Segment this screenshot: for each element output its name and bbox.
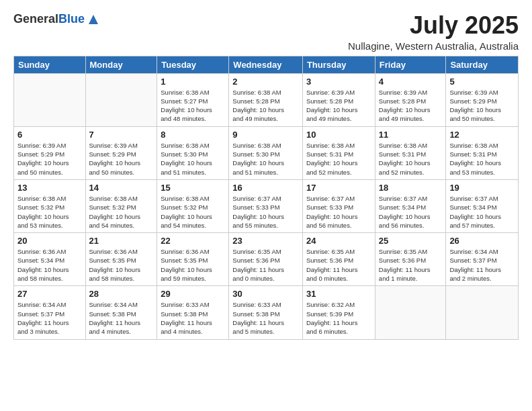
day-info: Sunrise: 6:35 AM Sunset: 5:36 PM Dayligh… [379,247,443,283]
day-info: Sunrise: 6:34 AM Sunset: 5:37 PM Dayligh… [17,300,82,336]
day-number: 16 [232,183,299,193]
logo-icon [86,12,101,27]
weekday-header-monday: Monday [85,56,157,73]
day-number: 20 [17,236,82,246]
day-number: 5 [449,77,515,87]
day-info: Sunrise: 6:37 AM Sunset: 5:34 PM Dayligh… [379,194,443,230]
day-info: Sunrise: 6:38 AM Sunset: 5:31 PM Dayligh… [306,141,371,177]
day-number: 21 [89,236,154,246]
day-info: Sunrise: 6:38 AM Sunset: 5:32 PM Dayligh… [89,194,154,230]
day-info: Sunrise: 6:39 AM Sunset: 5:29 PM Dayligh… [89,141,154,177]
day-info: Sunrise: 6:36 AM Sunset: 5:34 PM Dayligh… [17,247,82,283]
calendar-cell: 2Sunrise: 6:38 AM Sunset: 5:28 PM Daylig… [229,73,303,126]
day-number: 1 [161,77,225,87]
day-number: 6 [17,130,82,140]
day-info: Sunrise: 6:37 AM Sunset: 5:34 PM Dayligh… [449,194,515,230]
day-number: 23 [232,236,299,246]
weekday-header-saturday: Saturday [446,56,519,73]
day-number: 24 [306,236,371,246]
calendar-cell: 18Sunrise: 6:37 AM Sunset: 5:34 PM Dayli… [375,179,446,232]
day-number: 10 [306,130,371,140]
day-info: Sunrise: 6:38 AM Sunset: 5:31 PM Dayligh… [379,141,443,177]
day-number: 11 [379,130,443,140]
day-info: Sunrise: 6:38 AM Sunset: 5:30 PM Dayligh… [232,141,299,177]
header: GeneralBlue July 2025 Nullagine, Western… [13,12,519,52]
weekday-header-tuesday: Tuesday [157,56,229,73]
day-number: 13 [17,183,82,193]
day-info: Sunrise: 6:39 AM Sunset: 5:28 PM Dayligh… [306,88,371,124]
logo: GeneralBlue [13,12,101,27]
day-info: Sunrise: 6:38 AM Sunset: 5:30 PM Dayligh… [161,141,225,177]
svg-marker-0 [89,15,98,24]
day-number: 7 [89,130,154,140]
page: GeneralBlue July 2025 Nullagine, Western… [0,0,532,411]
calendar-cell: 29Sunrise: 6:33 AM Sunset: 5:38 PM Dayli… [157,286,229,339]
calendar-cell: 28Sunrise: 6:34 AM Sunset: 5:38 PM Dayli… [85,286,157,339]
day-number: 27 [17,289,82,299]
day-info: Sunrise: 6:34 AM Sunset: 5:37 PM Dayligh… [449,247,515,283]
weekday-header-thursday: Thursday [302,56,375,73]
calendar-cell [446,286,519,339]
calendar-cell: 3Sunrise: 6:39 AM Sunset: 5:28 PM Daylig… [302,73,375,126]
weekday-header-row: SundayMondayTuesdayWednesdayThursdayFrid… [14,56,519,73]
calendar-cell: 11Sunrise: 6:38 AM Sunset: 5:31 PM Dayli… [375,126,446,179]
day-number: 18 [379,183,443,193]
day-number: 25 [379,236,443,246]
calendar-cell: 20Sunrise: 6:36 AM Sunset: 5:34 PM Dayli… [14,233,86,286]
day-number: 26 [449,236,515,246]
day-info: Sunrise: 6:32 AM Sunset: 5:39 PM Dayligh… [306,300,371,336]
day-info: Sunrise: 6:36 AM Sunset: 5:35 PM Dayligh… [89,247,154,283]
calendar-cell: 27Sunrise: 6:34 AM Sunset: 5:37 PM Dayli… [14,286,86,339]
day-number: 9 [232,130,299,140]
calendar-cell: 26Sunrise: 6:34 AM Sunset: 5:37 PM Dayli… [446,233,519,286]
calendar-cell: 7Sunrise: 6:39 AM Sunset: 5:29 PM Daylig… [85,126,157,179]
calendar-cell: 14Sunrise: 6:38 AM Sunset: 5:32 PM Dayli… [85,179,157,232]
day-info: Sunrise: 6:34 AM Sunset: 5:38 PM Dayligh… [89,300,154,336]
calendar-cell: 10Sunrise: 6:38 AM Sunset: 5:31 PM Dayli… [302,126,375,179]
calendar-cell: 1Sunrise: 6:38 AM Sunset: 5:27 PM Daylig… [157,73,229,126]
day-info: Sunrise: 6:33 AM Sunset: 5:38 PM Dayligh… [161,300,225,336]
title-block: July 2025 Nullagine, Western Australia, … [348,12,519,52]
calendar-cell: 23Sunrise: 6:35 AM Sunset: 5:36 PM Dayli… [229,233,303,286]
day-number: 2 [232,77,299,87]
day-number: 15 [161,183,225,193]
calendar-cell: 25Sunrise: 6:35 AM Sunset: 5:36 PM Dayli… [375,233,446,286]
day-number: 31 [306,289,371,299]
day-info: Sunrise: 6:35 AM Sunset: 5:36 PM Dayligh… [232,247,299,283]
calendar-cell: 13Sunrise: 6:38 AM Sunset: 5:32 PM Dayli… [14,179,86,232]
calendar: SundayMondayTuesdayWednesdayThursdayFrid… [13,56,519,340]
calendar-cell: 17Sunrise: 6:37 AM Sunset: 5:33 PM Dayli… [302,179,375,232]
day-number: 8 [161,130,225,140]
weekday-header-wednesday: Wednesday [229,56,303,73]
day-number: 12 [449,130,515,140]
week-row-5: 27Sunrise: 6:34 AM Sunset: 5:37 PM Dayli… [14,286,519,339]
day-info: Sunrise: 6:38 AM Sunset: 5:28 PM Dayligh… [232,88,299,124]
day-number: 14 [89,183,154,193]
calendar-cell: 24Sunrise: 6:35 AM Sunset: 5:36 PM Dayli… [302,233,375,286]
month-title: July 2025 [348,12,519,39]
calendar-cell: 12Sunrise: 6:38 AM Sunset: 5:31 PM Dayli… [446,126,519,179]
logo-general: GeneralBlue [13,13,85,26]
day-number: 19 [449,183,515,193]
day-info: Sunrise: 6:37 AM Sunset: 5:33 PM Dayligh… [306,194,371,230]
calendar-cell: 30Sunrise: 6:33 AM Sunset: 5:38 PM Dayli… [229,286,303,339]
weekday-header-sunday: Sunday [14,56,86,73]
calendar-cell: 15Sunrise: 6:38 AM Sunset: 5:32 PM Dayli… [157,179,229,232]
day-info: Sunrise: 6:38 AM Sunset: 5:32 PM Dayligh… [17,194,82,230]
week-row-2: 6Sunrise: 6:39 AM Sunset: 5:29 PM Daylig… [14,126,519,179]
day-number: 4 [379,77,443,87]
calendar-cell: 22Sunrise: 6:36 AM Sunset: 5:35 PM Dayli… [157,233,229,286]
calendar-cell [375,286,446,339]
week-row-3: 13Sunrise: 6:38 AM Sunset: 5:32 PM Dayli… [14,179,519,232]
calendar-cell: 8Sunrise: 6:38 AM Sunset: 5:30 PM Daylig… [157,126,229,179]
week-row-4: 20Sunrise: 6:36 AM Sunset: 5:34 PM Dayli… [14,233,519,286]
day-number: 30 [232,289,299,299]
day-info: Sunrise: 6:39 AM Sunset: 5:28 PM Dayligh… [379,88,443,124]
location-title: Nullagine, Western Australia, Australia [348,40,519,52]
day-info: Sunrise: 6:38 AM Sunset: 5:31 PM Dayligh… [449,141,515,177]
day-number: 29 [161,289,225,299]
weekday-header-friday: Friday [375,56,446,73]
day-info: Sunrise: 6:39 AM Sunset: 5:29 PM Dayligh… [17,141,82,177]
calendar-cell: 19Sunrise: 6:37 AM Sunset: 5:34 PM Dayli… [446,179,519,232]
calendar-cell: 5Sunrise: 6:39 AM Sunset: 5:29 PM Daylig… [446,73,519,126]
